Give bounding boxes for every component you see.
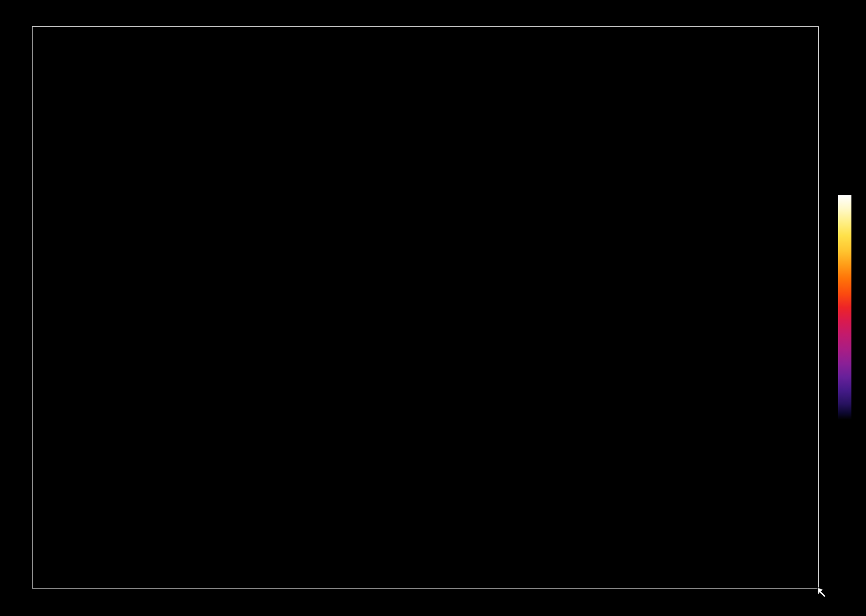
plot-frame	[32, 26, 819, 589]
colorbar	[838, 195, 851, 420]
spectrogram-screenshot	[0, 0, 866, 616]
mouse-cursor-icon	[815, 587, 830, 604]
